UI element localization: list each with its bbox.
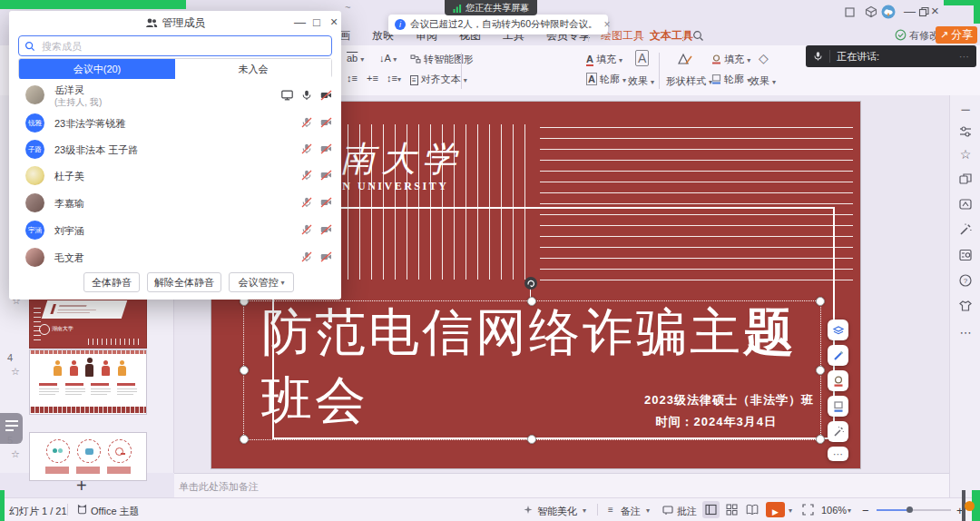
handle-mid-right[interactable] — [816, 366, 825, 375]
shape-outline-button[interactable]: 轮廓 ▾ — [711, 73, 750, 86]
mic-muted-icon[interactable] — [301, 224, 312, 235]
docer-skin-icon[interactable] — [958, 299, 973, 313]
shape-effect-icon[interactable]: ◇ — [759, 51, 769, 65]
slide-thumbnail-5[interactable] — [29, 432, 147, 481]
shape-style-button[interactable]: 形状样式 ▾ — [666, 74, 712, 88]
para-spacing-button[interactable]: +≡ — [367, 73, 378, 84]
notes-caret-icon[interactable]: ▾ — [646, 506, 650, 515]
more-rail-icon[interactable]: ⋯ — [958, 326, 973, 340]
layers-button[interactable] — [828, 319, 848, 340]
theme-label[interactable]: Office 主题 — [91, 505, 140, 518]
handle-top-right[interactable] — [816, 297, 825, 306]
play-button[interactable]: ▶ — [766, 502, 785, 517]
member-row-host[interactable]: 岳洋灵 (主持人, 我) — [9, 83, 341, 110]
smart-beautify-button[interactable]: 智能美化 — [537, 505, 577, 518]
handle-bottom-mid[interactable] — [527, 435, 536, 444]
quick-access-icon[interactable]: ~ — [345, 2, 350, 13]
collapse-pane-icon[interactable]: ─ — [958, 103, 973, 117]
cloud-sync-icon[interactable] — [881, 5, 896, 19]
meeting-control-button[interactable]: 会议管控▾ — [229, 272, 294, 292]
list-spacing-button[interactable]: ↕≡▾ — [387, 73, 401, 84]
camera-off-icon[interactable] — [320, 251, 332, 262]
help-icon[interactable]: ? — [958, 273, 973, 288]
camera-off-icon[interactable] — [320, 143, 332, 154]
format-painter-button[interactable] — [828, 345, 848, 366]
member-row[interactable]: 毛文君 — [9, 244, 341, 270]
char-spacing-button[interactable]: ab ▾ — [347, 53, 364, 64]
text-fill-button[interactable]: A 填充 ▾ — [586, 53, 622, 66]
line-spacing-button[interactable]: ↕≡ — [347, 73, 358, 84]
mic-on-icon[interactable] — [301, 90, 312, 101]
mute-all-button[interactable]: 全体静音 — [83, 272, 140, 292]
mic-muted-icon[interactable] — [301, 251, 312, 262]
handle-top-mid[interactable] — [527, 297, 536, 306]
smart-tools-icon[interactable] — [958, 222, 973, 237]
fit-window-button[interactable] — [802, 504, 814, 516]
resume-assistant-icon[interactable] — [958, 248, 973, 262]
smart-graphic-button[interactable]: 转智能图形 — [410, 53, 474, 66]
zoom-level[interactable]: 106% — [821, 505, 847, 516]
member-row[interactable]: 李嘉瑜 — [9, 190, 341, 216]
align-text-button[interactable]: ≡ 对齐文本 ▾ — [410, 73, 467, 86]
member-search-input[interactable] — [40, 40, 326, 53]
comment-icon[interactable] — [662, 505, 673, 516]
shape-library-icon[interactable] — [958, 172, 973, 186]
tab-text-tools[interactable]: 文本工具 — [646, 25, 697, 47]
unmute-all-button[interactable]: 解除全体静音 — [147, 272, 221, 292]
tab-not-joined[interactable]: 未入会 — [175, 59, 331, 79]
notes-panel[interactable]: 单击此处添加备注 — [174, 473, 949, 498]
notes-lines-icon[interactable]: ≡ — [608, 505, 613, 515]
text-effect-icon[interactable]: A — [635, 51, 649, 65]
view-reading-button[interactable] — [746, 504, 759, 516]
member-row[interactable]: 杜子美 — [9, 162, 341, 189]
share-toolbar-handle[interactable] — [965, 501, 975, 511]
mic-muted-icon[interactable] — [301, 197, 312, 208]
handle-bottom-right[interactable] — [816, 435, 825, 444]
member-row[interactable]: 宇涵 刘宇涵 — [9, 217, 341, 243]
camera-off-icon[interactable] — [320, 90, 332, 101]
share-button[interactable]: ↗分享 — [936, 26, 977, 44]
camera-off-icon[interactable] — [320, 117, 332, 128]
outline-color-button[interactable] — [828, 396, 848, 417]
close-button[interactable]: × — [931, 5, 939, 17]
mic-muted-icon[interactable] — [301, 143, 312, 154]
notes-button[interactable]: 备注 — [621, 505, 641, 518]
shape-effect-button[interactable]: 效果 ▾ — [750, 74, 776, 88]
mic-muted-icon[interactable] — [301, 170, 312, 181]
design-icon[interactable] — [958, 197, 973, 211]
workspace-icon[interactable] — [844, 6, 856, 18]
shape-fill-button[interactable]: 填充 ▾ — [711, 53, 750, 66]
zoom-caret-icon[interactable]: ▾ — [848, 506, 851, 515]
restore-button[interactable] — [918, 6, 929, 17]
member-row[interactable]: 锐雅 23非法学蒋锐雅 — [9, 110, 341, 136]
notice-close-icon[interactable]: × — [604, 18, 611, 31]
beautify-caret-icon[interactable]: ▾ — [583, 506, 586, 515]
handle-bottom-left[interactable] — [240, 435, 249, 444]
modified-sync-icon[interactable] — [895, 29, 906, 41]
slide4-star-icon[interactable]: ☆ — [11, 366, 20, 378]
rotate-handle[interactable] — [524, 277, 537, 290]
fill-color-button[interactable] — [828, 370, 848, 391]
favorites-icon[interactable]: ☆ — [958, 147, 973, 162]
text-direction-button[interactable]: ↓A ▾ — [379, 53, 397, 64]
mic-muted-icon[interactable] — [301, 117, 312, 128]
dialog-maximize-icon[interactable]: □ — [313, 16, 320, 29]
dialog-minimize-icon[interactable]: — — [294, 16, 306, 29]
screen-share-icon[interactable] — [281, 90, 293, 101]
camera-off-icon[interactable] — [320, 170, 332, 181]
comment-button[interactable]: 批注 — [677, 505, 697, 518]
beautify-icon[interactable] — [523, 505, 534, 516]
member-row[interactable]: 子路 23级非法本 王子路 — [9, 136, 341, 162]
view-sorter-button[interactable] — [726, 504, 738, 516]
beautify-wand-button[interactable] — [828, 421, 848, 442]
dialog-close-icon[interactable]: × — [330, 15, 338, 28]
camera-off-icon[interactable] — [320, 224, 332, 235]
zoom-out-button[interactable]: − — [862, 504, 869, 517]
properties-icon[interactable] — [958, 124, 973, 139]
play-caret-icon[interactable]: ▾ — [789, 506, 792, 515]
slide-thumbnail-4[interactable] — [29, 349, 147, 415]
add-slide-button[interactable]: + — [76, 476, 87, 496]
more-options-button[interactable]: ⋯ — [828, 447, 848, 461]
search-icon[interactable] — [692, 30, 704, 42]
handle-mid-left[interactable] — [240, 366, 249, 375]
